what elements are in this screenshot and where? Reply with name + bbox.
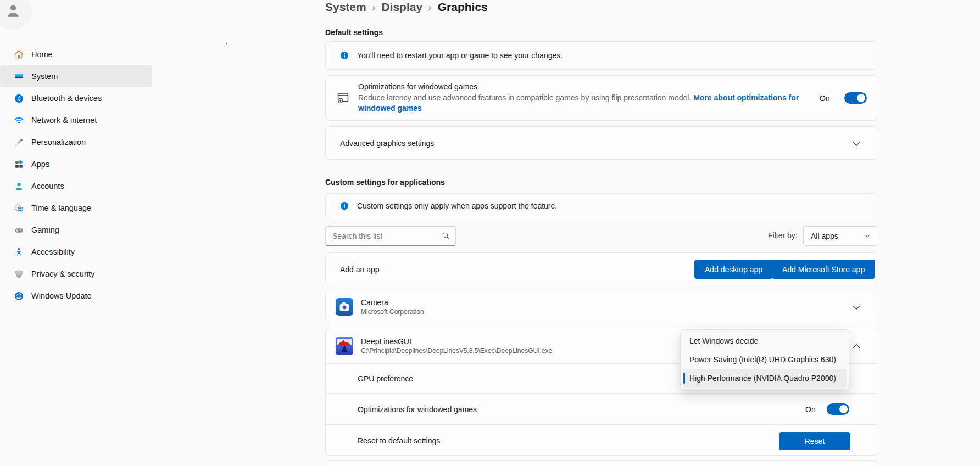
bluetooth-icon	[14, 93, 24, 104]
camera-app-expander[interactable]: Camera Microsoft Corporation	[325, 291, 877, 322]
sidebar-item-apps[interactable]: Apps	[0, 153, 152, 175]
add-app-card: Add an app Add desktop app Add Microsoft…	[325, 252, 877, 285]
custom-settings-notice-text: Custom settings only apply when apps sup…	[357, 201, 557, 210]
sidebar-item-label: System	[31, 72, 58, 81]
sidebar-item-accessibility[interactable]: Accessibility	[0, 241, 152, 263]
deeplines-optimizations-row: Optimizations for windowed games On	[326, 393, 877, 424]
windowed-games-icon	[336, 91, 350, 105]
gaming-icon	[14, 225, 24, 235]
accessibility-icon	[14, 247, 24, 257]
windowed-games-title: Optimizations for windowed games	[358, 82, 814, 91]
gpu-preference-dropdown: Let Windows decide Power Saving (Intel(R…	[680, 329, 849, 390]
windowed-games-setting-card: Optimizations for windowed games Reduce …	[325, 75, 877, 121]
sidebar-item-label: Bluetooth & devices	[31, 94, 102, 103]
sidebar-item-gaming[interactable]: Gaming	[0, 219, 152, 241]
sidebar-item-privacy[interactable]: Privacy & security	[0, 263, 152, 285]
advanced-graphics-expander[interactable]: Advanced graphics settings	[325, 126, 877, 160]
settings-window: Home System Bluetooth & devices Network …	[0, 0, 980, 466]
search-input[interactable]	[325, 226, 456, 246]
sidebar-nav: Home System Bluetooth & devices Network …	[0, 43, 152, 307]
chevron-down-icon	[864, 232, 871, 240]
breadcrumb-separator: ›	[372, 2, 376, 13]
camera-app-name: Camera	[361, 298, 424, 307]
gpu-option-let-windows-decide[interactable]: Let Windows decide	[683, 332, 847, 350]
sidebar-item-home[interactable]: Home	[0, 43, 152, 65]
sidebar-item-label: Home	[31, 50, 53, 59]
personalization-icon	[14, 137, 24, 148]
windowed-games-description-text: Reduce latency and use advanced features…	[358, 93, 693, 102]
next-app-card-partial[interactable]	[325, 460, 877, 466]
sidebar-item-label: Windows Update	[31, 291, 92, 300]
toggle-state-label: On	[820, 94, 830, 103]
deeplines-app-name: DeepLinesGUI	[361, 337, 552, 346]
breadcrumb-system[interactable]: System	[325, 1, 366, 14]
breadcrumb-separator: ›	[428, 2, 432, 13]
cursor-dot	[226, 43, 227, 44]
shield-icon	[14, 269, 24, 279]
custom-settings-heading: Custom settings for applications	[325, 178, 445, 187]
chevron-down-icon[interactable]	[850, 301, 862, 313]
info-icon	[339, 201, 349, 211]
custom-settings-notice-banner: Custom settings only apply when apps sup…	[325, 193, 877, 218]
filter-by-label: Filter by:	[768, 231, 798, 240]
windowed-games-toggle[interactable]	[844, 92, 867, 104]
default-settings-heading: Default settings	[325, 28, 383, 37]
apps-icon	[14, 159, 24, 170]
sidebar-item-bluetooth[interactable]: Bluetooth & devices	[0, 87, 152, 109]
deeplines-app-path: C:\Principia\Deeplines\DeepLinesV5.8.5\E…	[361, 347, 552, 355]
gpu-preference-label: GPU preference	[358, 374, 413, 383]
sidebar-item-system[interactable]: System	[0, 65, 152, 87]
system-icon	[14, 71, 24, 82]
add-store-app-button[interactable]: Add Microsoft Store app	[772, 260, 875, 279]
sidebar-item-label: Accessibility	[31, 248, 75, 256]
chevron-down-icon[interactable]	[850, 138, 862, 150]
filter-value: All apps	[811, 232, 838, 240]
sidebar-item-label: Privacy & security	[31, 270, 94, 278]
chevron-up-icon[interactable]	[850, 340, 862, 352]
add-desktop-app-button[interactable]: Add desktop app	[694, 260, 773, 279]
windowed-games-description: Reduce latency and use advanced features…	[358, 93, 814, 114]
reset-button[interactable]: Reset	[779, 432, 850, 450]
toggle-state-label: On	[805, 405, 816, 414]
restart-notice-text: You'll need to restart your app or game …	[357, 51, 563, 60]
sidebar-item-time-language[interactable]: Time & language	[0, 197, 152, 219]
gpu-option-power-saving[interactable]: Power Saving (Intel(R) UHD Graphics 630)	[683, 350, 847, 369]
breadcrumb-display[interactable]: Display	[381, 1, 422, 14]
home-icon	[14, 49, 24, 60]
deeplines-optimizations-label: Optimizations for windowed games	[358, 405, 477, 414]
reset-row: Reset to default settings Reset	[326, 424, 877, 456]
sidebar-item-network[interactable]: Network & internet	[0, 109, 152, 131]
sidebar-item-personalization[interactable]: Personalization	[0, 131, 152, 153]
filter-dropdown[interactable]: All apps	[803, 226, 877, 246]
search-icon	[441, 231, 450, 240]
windows-update-icon	[14, 291, 24, 301]
breadcrumb: System › Display › Graphics	[325, 1, 488, 14]
sidebar-item-label: Time & language	[31, 204, 91, 212]
sidebar-item-windows-update[interactable]: Windows Update	[0, 285, 152, 307]
time-language-icon	[14, 203, 24, 214]
restart-notice-banner: You'll need to restart your app or game …	[325, 41, 877, 70]
user-avatar[interactable]	[0, 0, 31, 29]
camera-app-icon	[336, 298, 353, 316]
sidebar-item-label: Accounts	[31, 182, 64, 190]
add-app-label: Add an app	[340, 265, 380, 274]
search-box	[325, 226, 456, 246]
accounts-icon	[14, 181, 24, 192]
network-icon	[14, 115, 24, 126]
sidebar-item-label: Network & internet	[31, 116, 97, 125]
person-icon	[4, 2, 23, 20]
sidebar-item-label: Personalization	[31, 138, 86, 147]
gpu-option-high-performance[interactable]: High Performance (NVIDIA Quadro P2000)	[683, 369, 847, 388]
sidebar-item-label: Gaming	[31, 226, 59, 234]
deeplines-app-icon	[336, 337, 353, 355]
deeplines-optimizations-toggle[interactable]	[827, 403, 849, 415]
camera-app-publisher: Microsoft Corporation	[361, 308, 424, 316]
sidebar-item-accounts[interactable]: Accounts	[0, 175, 152, 197]
breadcrumb-graphics: Graphics	[438, 1, 488, 14]
info-icon	[339, 50, 349, 60]
reset-label: Reset to default settings	[358, 436, 440, 445]
advanced-graphics-label: Advanced graphics settings	[340, 139, 434, 148]
sidebar-item-label: Apps	[31, 160, 49, 169]
